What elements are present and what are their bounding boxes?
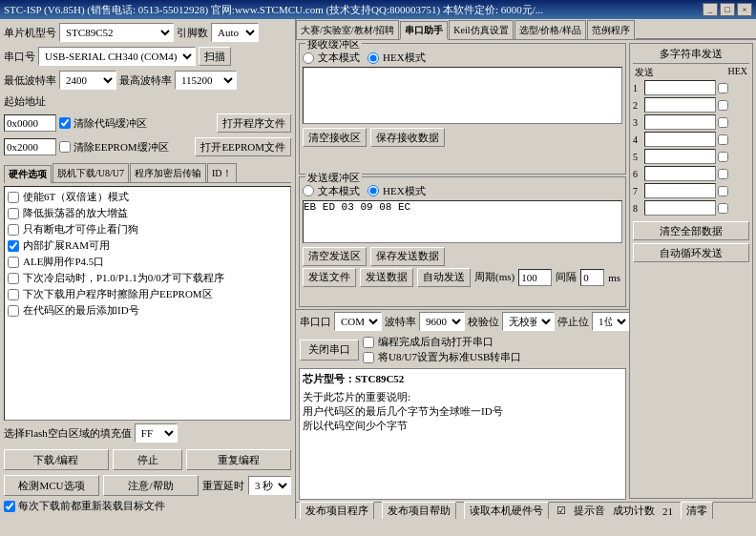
open-eeprom-button[interactable]: 打开EEPROM文件: [195, 137, 291, 156]
multi-8-hex[interactable]: [718, 203, 728, 214]
minimize-button[interactable]: _: [703, 3, 718, 16]
receive-textarea[interactable]: [303, 67, 622, 124]
scan-button[interactable]: 扫描: [199, 47, 231, 66]
clear-code-label: 清除代码缓冲区: [74, 116, 147, 131]
addr1-input[interactable]: [4, 114, 56, 132]
opt7-checkbox[interactable]: [8, 289, 19, 300]
send-text-radio[interactable]: [303, 185, 314, 196]
send-textarea[interactable]: EB ED 03 09 08 EC: [303, 200, 622, 243]
multi-7-hex[interactable]: [718, 186, 728, 196]
multi-8-input[interactable]: [644, 200, 716, 216]
opt5-checkbox[interactable]: [8, 257, 19, 268]
multi-7-input[interactable]: [644, 183, 716, 198]
multi-2-input[interactable]: [644, 97, 716, 113]
use-u8-option[interactable]: 将U8/U7设置为标准USB转串口: [363, 350, 521, 364]
recv-text-radio[interactable]: [303, 52, 314, 64]
use-u8-checkbox[interactable]: [363, 352, 374, 363]
close-port-button[interactable]: 关闭串口: [300, 340, 359, 361]
tab-contest[interactable]: 大赛/实验室/教材/招聘: [296, 20, 399, 39]
recv-hex-mode[interactable]: HEX模式: [368, 51, 426, 65]
addr2-input[interactable]: [4, 138, 56, 155]
open-prog-button[interactable]: 打开程序文件: [217, 113, 291, 133]
check-select[interactable]: 无校验: [502, 312, 555, 331]
opt3-checkbox[interactable]: [8, 224, 19, 236]
auto-open-option[interactable]: 编程完成后自动打开串口: [363, 335, 521, 349]
multi-5-input[interactable]: [644, 149, 716, 164]
clear-eeprom-checkbox[interactable]: [59, 141, 71, 153]
multi-4-input[interactable]: [644, 132, 716, 147]
max-baud-select[interactable]: 115200: [175, 71, 237, 90]
serial-port-select[interactable]: COM1: [334, 312, 382, 331]
stop-select[interactable]: 1位: [592, 312, 629, 331]
clear-code-checkbox[interactable]: [59, 117, 71, 129]
check-mcu-button[interactable]: 检测MCU选项: [4, 475, 99, 496]
multi-6-input[interactable]: [644, 166, 716, 181]
recv-hex-radio[interactable]: [368, 52, 379, 64]
recv-hex-label: HEX模式: [383, 51, 426, 65]
clear-receive-button[interactable]: 清空接收区: [303, 128, 367, 147]
reprogram-button[interactable]: 重复编程: [186, 449, 291, 470]
opt1-label: 使能6T（双倍速）模式: [23, 190, 129, 204]
send-file-button[interactable]: 发送文件: [303, 268, 356, 287]
tab-hardware[interactable]: 硬件选项: [4, 165, 52, 184]
flash-select[interactable]: FF: [135, 423, 178, 443]
success-count-label: 成功计数: [613, 504, 655, 518]
main-content: 单片机型号 STC89C52 引脚数 Auto 串口号 USB-SERIAL C…: [0, 19, 756, 519]
send-data-button[interactable]: 发送数据: [360, 268, 413, 287]
maximize-button[interactable]: □: [720, 3, 735, 16]
period-input[interactable]: [518, 269, 552, 286]
save-send-button[interactable]: 保存发送数据: [370, 247, 445, 266]
read-hw-id-button[interactable]: 读取本机硬件号: [464, 502, 549, 520]
multi-3-input[interactable]: [644, 114, 716, 130]
mcu-select[interactable]: STC89C52: [59, 23, 174, 42]
multi-2-hex[interactable]: [718, 100, 728, 111]
publish-help-button[interactable]: 发布项目帮助: [382, 502, 456, 520]
tab-serial[interactable]: 串口助手: [400, 21, 448, 40]
auto-open-checkbox[interactable]: [363, 337, 374, 348]
delay-select[interactable]: 3 秒: [248, 476, 291, 495]
multi-1-input[interactable]: [644, 80, 716, 95]
opt8-checkbox[interactable]: [8, 305, 19, 317]
auto-loop-button[interactable]: 自动循环发送: [633, 243, 749, 262]
save-receive-button[interactable]: 保存接收数据: [370, 128, 445, 147]
send-hex-mode[interactable]: HEX模式: [368, 184, 426, 198]
publish-prog-button[interactable]: 发布项目程序: [300, 502, 374, 520]
multi-5-hex[interactable]: [718, 152, 728, 162]
help-button[interactable]: 注意/帮助: [103, 475, 199, 496]
tab-selection[interactable]: 选型/价格/样品: [514, 20, 587, 39]
download-button[interactable]: 下载/编程: [4, 449, 109, 470]
tab-encrypt[interactable]: 程序加密后传输: [130, 163, 206, 182]
multi-4-hex[interactable]: [718, 134, 728, 145]
tab-examples[interactable]: 范例程序: [587, 20, 635, 39]
clear-count-btn2[interactable]: 清零: [681, 502, 713, 520]
close-button[interactable]: ×: [737, 3, 752, 16]
interval-input[interactable]: [580, 269, 604, 286]
multi-3-hex[interactable]: [718, 117, 728, 128]
send-hex-label: HEX模式: [383, 184, 426, 198]
opt1-checkbox[interactable]: [8, 192, 19, 203]
clear-send-button[interactable]: 清空发送区: [303, 247, 367, 266]
opt2-checkbox[interactable]: [8, 208, 19, 219]
min-baud-select[interactable]: 2400: [59, 71, 116, 90]
opt4-checkbox[interactable]: [8, 240, 19, 252]
open-port-row: 关闭串口 编程完成后自动打开串口 将U8/U7设置为标准USB转串口: [296, 333, 629, 366]
baud-select[interactable]: 9600: [419, 312, 465, 331]
multi-1-hex[interactable]: [718, 83, 728, 93]
opt6-checkbox[interactable]: [8, 273, 19, 284]
port-select[interactable]: USB-SERIAL CH340 (COM4): [38, 47, 196, 66]
opt-6: 下次冷启动时，P1.0/P1.1为0/0才可下载程序: [8, 271, 287, 285]
multi-6-hex[interactable]: [718, 169, 728, 179]
reload-checkbox[interactable]: [4, 501, 15, 512]
flash-label: 选择Flash空白区域的填充值: [4, 426, 132, 441]
clear-all-button[interactable]: 清空全部数据: [633, 221, 749, 240]
tab-keil[interactable]: Keil仿真设置: [449, 20, 513, 39]
auto-send-button[interactable]: 自动发送: [417, 268, 471, 287]
tab-offline[interactable]: 脱机下载/U8/U7: [52, 163, 129, 182]
tab-id[interactable]: ID！: [207, 163, 237, 182]
recv-text-mode[interactable]: 文本模式: [303, 51, 360, 65]
start-addr-label: 起始地址: [4, 94, 46, 109]
send-text-mode[interactable]: 文本模式: [303, 184, 360, 198]
send-hex-radio[interactable]: [368, 185, 379, 196]
stop-button[interactable]: 停止: [113, 449, 182, 470]
pin-select[interactable]: Auto: [211, 23, 259, 42]
